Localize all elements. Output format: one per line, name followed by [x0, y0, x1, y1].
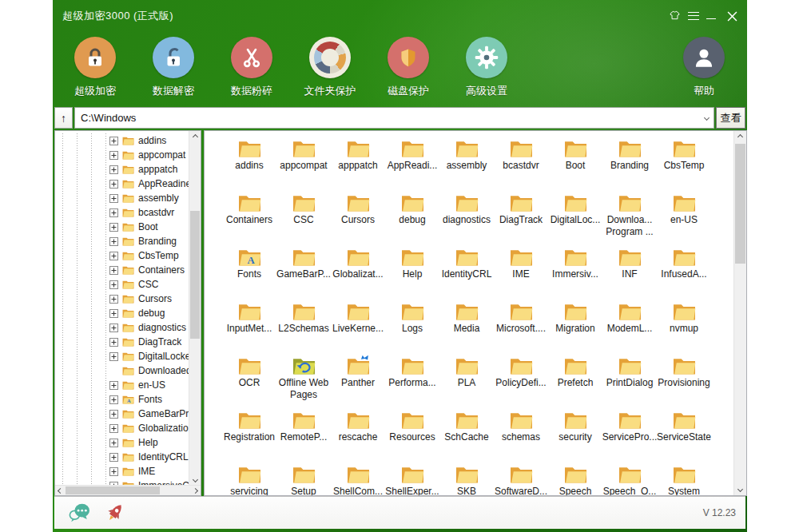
file-grid-item[interactable]: A Microsoft.... — [494, 300, 548, 355]
tree-expand-icon[interactable] — [109, 252, 118, 260]
tree-expand-icon[interactable] — [109, 137, 118, 145]
file-grid-item[interactable]: A Fonts — [222, 246, 276, 300]
tree-item[interactable]: A DiagTrack — [55, 335, 189, 349]
tree-expand-icon[interactable] — [109, 223, 118, 232]
file-grid-item[interactable]: A Boot — [548, 137, 602, 192]
scroll-left-button[interactable] — [55, 486, 66, 495]
view-button[interactable]: 查看 — [716, 107, 745, 129]
tree-item[interactable]: A CbsTemp — [55, 248, 189, 263]
tree-expand-icon[interactable] — [109, 338, 118, 347]
grid-vertical-scrollbar[interactable] — [733, 131, 746, 495]
chevron-down-icon[interactable] — [704, 115, 710, 121]
scrollbar-thumb[interactable] — [190, 211, 200, 339]
file-grid-item[interactable]: A InfusedA... — [657, 246, 711, 300]
file-grid-item[interactable]: A DiagTrack — [494, 192, 548, 246]
tree-item[interactable]: A apppatch — [55, 162, 189, 177]
tree-item[interactable]: A Cursors — [55, 292, 189, 306]
file-grid-item[interactable]: A Logs — [385, 300, 439, 355]
tree-item[interactable]: A CSC — [55, 277, 189, 292]
file-grid-item[interactable]: A debug — [385, 192, 439, 246]
file-grid-item[interactable]: A Cursors — [331, 192, 385, 246]
scrollbar-thumb[interactable] — [66, 486, 160, 494]
file-grid-item[interactable]: A Offline Web Pages — [276, 355, 331, 409]
file-grid-item[interactable]: A IdentityCRL — [439, 246, 494, 300]
scroll-down-button[interactable] — [734, 483, 746, 495]
file-grid-item[interactable]: A L2Schemas — [276, 300, 331, 355]
file-grid-item[interactable]: A AppReadi... — [385, 137, 439, 192]
scroll-down-button[interactable] — [189, 474, 201, 485]
file-grid-item[interactable]: A Migration — [548, 300, 602, 355]
main-menu-button[interactable] — [686, 9, 701, 23]
file-grid-item[interactable]: A SchCache — [439, 409, 494, 463]
tree-item[interactable]: A addins — [55, 133, 189, 148]
toolbar-button-help[interactable]: 帮助 — [665, 32, 743, 105]
file-grid-item[interactable]: A ShellExper... — [385, 463, 439, 495]
tree-expand-icon[interactable] — [109, 180, 118, 189]
file-grid-item[interactable]: A Immersiv... — [548, 246, 602, 300]
close-button[interactable] — [725, 9, 739, 23]
tree-item[interactable]: A bcastdvr — [55, 205, 189, 220]
tree-item[interactable]: A assembly — [55, 191, 189, 205]
file-grid-item[interactable]: A INF — [602, 246, 657, 300]
file-grid-item[interactable]: A Globalizat... — [331, 246, 385, 300]
toolbar-button-decrypt[interactable]: 数据解密 — [134, 32, 213, 105]
tree-item[interactable]: A diagnostics — [55, 320, 189, 335]
file-grid-item[interactable]: A Panther — [331, 355, 385, 409]
scroll-right-button[interactable] — [190, 486, 201, 495]
tree-expand-icon[interactable] — [109, 151, 118, 160]
tree-expand-icon[interactable] — [109, 280, 118, 289]
tree-item[interactable]: A en-US — [55, 378, 189, 392]
file-grid-item[interactable]: A nvmup — [657, 300, 711, 355]
file-grid-item[interactable]: A SKB — [439, 463, 494, 495]
tree-expand-icon[interactable] — [109, 453, 118, 462]
tree-expand-icon[interactable] — [109, 439, 118, 447]
file-grid-item[interactable]: A assembly — [439, 137, 494, 192]
boost-rocket-button[interactable] — [104, 502, 126, 524]
tree-expand-icon[interactable] — [109, 309, 118, 318]
tree-vertical-scrollbar[interactable] — [189, 131, 201, 485]
tree-expand-icon[interactable] — [109, 424, 118, 433]
tree-expand-icon[interactable] — [109, 467, 118, 476]
tree-item[interactable]: A Fonts — [55, 392, 189, 407]
file-grid-item[interactable]: A Branding — [602, 137, 657, 192]
file-grid-item[interactable]: A Performa... — [385, 355, 439, 409]
tree-expand-icon[interactable] — [109, 410, 118, 419]
tree-item[interactable]: A appcompat — [55, 148, 189, 162]
scroll-up-button[interactable] — [734, 131, 746, 143]
file-grid-item[interactable]: A RemoteP... — [276, 409, 331, 463]
tree-item[interactable]: A GameBarPresenceWriter — [55, 407, 189, 421]
file-grid-item[interactable]: A LiveKerne... — [331, 300, 385, 355]
tree-item[interactable]: A debug — [55, 306, 189, 320]
tree-horizontal-scrollbar[interactable] — [55, 485, 201, 495]
toolbar-button-disk-protect[interactable]: 磁盘保护 — [369, 32, 447, 105]
file-grid-item[interactable]: A System — [657, 463, 711, 495]
path-combobox[interactable]: C:\Windows — [74, 107, 714, 129]
file-grid-item[interactable]: A diagnostics — [439, 192, 494, 246]
skin-theme-button[interactable] — [667, 9, 682, 23]
tree-expand-icon[interactable] — [109, 194, 118, 203]
tree-expand-icon[interactable] — [109, 324, 118, 332]
file-grid-item[interactable]: A servicing — [222, 463, 276, 495]
file-grid-item[interactable]: A Prefetch — [548, 355, 602, 409]
up-folder-button[interactable]: ↑ — [54, 107, 73, 129]
file-grid-item[interactable]: A en-US — [657, 192, 711, 246]
tree-expand-icon[interactable] — [109, 352, 118, 361]
file-grid-item[interactable]: A ModemL... — [602, 300, 657, 355]
file-grid-item[interactable]: A ServiceState — [657, 409, 711, 463]
file-grid-item[interactable]: A Containers — [222, 192, 276, 246]
file-grid-item[interactable]: A Help — [385, 246, 439, 300]
file-grid-item[interactable]: A Speech_O... — [602, 463, 657, 495]
file-grid-item[interactable]: A OCR — [222, 355, 276, 409]
file-grid-item[interactable]: A Downloa... Program ... — [602, 192, 657, 246]
file-grid-item[interactable]: A ServicePro... — [602, 409, 657, 463]
tree-expand-icon[interactable] — [109, 295, 118, 304]
file-grid-item[interactable]: A appcompat — [276, 137, 331, 192]
file-grid-item[interactable]: A GameBarP... — [276, 246, 331, 300]
file-grid-item[interactable]: A Provisioning — [657, 355, 711, 409]
file-grid-item[interactable]: A bcastdvr — [494, 137, 548, 192]
file-grid-item[interactable]: A schemas — [494, 409, 548, 463]
file-grid-item[interactable]: A Setup — [276, 463, 331, 495]
file-grid-item[interactable]: A DigitalLoc... — [548, 192, 602, 246]
file-grid-item[interactable]: A IME — [494, 246, 548, 300]
tree-item[interactable]: A IME — [55, 464, 189, 478]
